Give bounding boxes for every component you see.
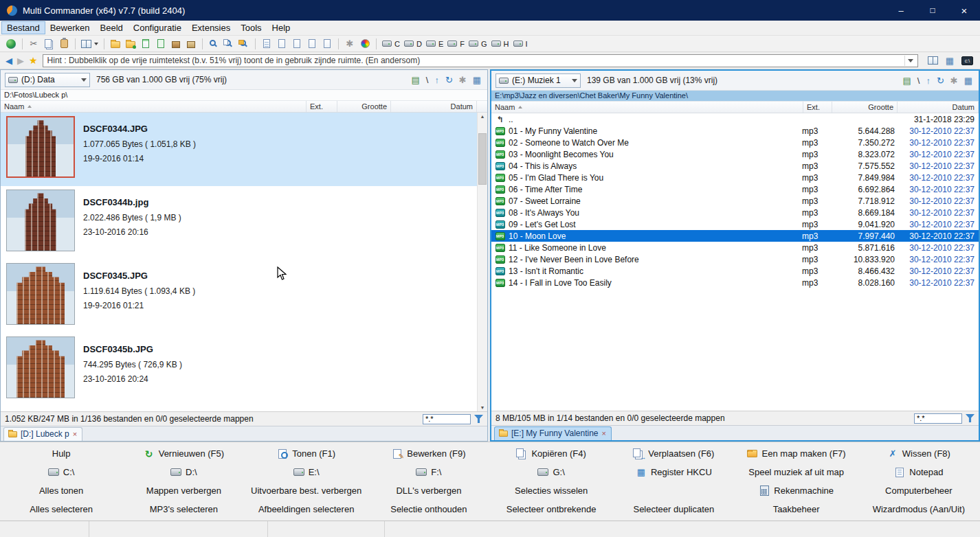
- button-computerbeheer[interactable]: Computerbeheer: [858, 481, 980, 500]
- scrollbar-thumb[interactable]: [478, 133, 487, 185]
- button-e[interactable]: E:\: [245, 463, 368, 481]
- refresh-icon[interactable]: ↻: [937, 76, 944, 85]
- right-free-space-text[interactable]: 139 GB van 1.000 GB vrij (13% vrij): [587, 76, 717, 85]
- column-header-grootte[interactable]: Grootte: [337, 101, 391, 112]
- menu-item-tools[interactable]: Tools: [236, 22, 266, 34]
- button-rekenmachine[interactable]: Rekenmachine: [735, 481, 858, 500]
- folder-tree-icon[interactable]: ▤: [902, 76, 911, 85]
- button-f[interactable]: F:\: [368, 463, 490, 481]
- file-item-11-like-someone-in-love[interactable]: 11 - Like Someone in Lovemp35.871.61630-…: [491, 242, 979, 253]
- file-item-06-time-after-time[interactable]: 06 - Time After Timemp36.692.86430-12-20…: [491, 183, 979, 195]
- pack-icon[interactable]: [169, 37, 183, 51]
- toolbar-drive-i-button[interactable]: I: [512, 37, 529, 51]
- toolbar-drive-f-button[interactable]: F: [446, 37, 466, 51]
- menu-item-bestand[interactable]: Bestand: [2, 22, 45, 34]
- toolbar-drive-h-button[interactable]: H: [490, 37, 511, 51]
- column-header-datum[interactable]: Datum: [898, 102, 979, 113]
- file-item-07-sweet-lorraine[interactable]: 07 - Sweet Lorrainemp37.718.91230-12-201…: [491, 195, 979, 207]
- button-een-map-maken-f7[interactable]: Een map maken (F7): [735, 444, 858, 463]
- menu-item-help[interactable]: Help: [267, 22, 296, 34]
- file-item-dscf0344b-jpg[interactable]: DSCF0344b.jpg2.022.486 Bytes ( 1,9 MB )2…: [1, 186, 477, 260]
- right-drive-selector[interactable]: (E:) Muziek 1: [495, 73, 581, 88]
- folder-tree-icon[interactable]: ▤: [411, 76, 419, 84]
- right-filter-input[interactable]: [914, 413, 962, 424]
- column-header-naam[interactable]: Naam: [1, 101, 307, 112]
- forward-button[interactable]: ▶: [17, 56, 24, 65]
- scroll-up-icon[interactable]: ▲: [480, 114, 485, 119]
- doc-edit-icon[interactable]: [320, 37, 334, 51]
- button-speel-muziek-af-uit-map[interactable]: Speel muziek af uit map: [735, 463, 858, 481]
- wand-icon[interactable]: ✱: [343, 37, 357, 51]
- address-hint-combobox[interactable]: Hint : Dubbelklik op de vrije ruimteteks…: [43, 54, 918, 67]
- left-scrollbar[interactable]: ▲ ▼: [477, 113, 487, 411]
- search-files-icon[interactable]: [222, 37, 236, 51]
- doc-list-icon[interactable]: [275, 37, 289, 51]
- filter-funnel-icon[interactable]: [474, 415, 483, 423]
- close-button[interactable]: ×: [948, 0, 980, 21]
- column-header-datum[interactable]: Datum: [391, 101, 477, 112]
- dropdown-caret-icon[interactable]: [904, 56, 916, 66]
- root-dir-icon[interactable]: \: [426, 76, 429, 84]
- file-item-05-i-m-glad-there-is-you[interactable]: 05 - I'm Glad There is Yoump37.849.98430…: [491, 172, 979, 183]
- right-tab[interactable]: [E:] My Funny Valentine ×: [494, 426, 612, 440]
- unpack-icon[interactable]: [184, 37, 198, 51]
- copy-file-icon[interactable]: [139, 37, 153, 51]
- refresh-icon[interactable]: ↻: [445, 76, 453, 84]
- up-dir-icon[interactable]: ↑: [926, 76, 931, 85]
- menu-item-configuratie[interactable]: Configuratie: [129, 22, 186, 34]
- right-path-bar[interactable]: E:\mp3\Jazz en diversen\Chet Baker\My Fu…: [491, 91, 979, 102]
- dual-panel-icon[interactable]: [926, 54, 939, 67]
- view-grid-icon[interactable]: ▦: [473, 76, 481, 84]
- left-free-space-text[interactable]: 756 GB van 1.000 GB vrij (75% vrij): [96, 75, 227, 84]
- left-tab[interactable]: [D:] Lubeck p ×: [3, 427, 82, 441]
- toolbar-drive-c-button[interactable]: C: [381, 37, 401, 51]
- command-line-icon[interactable]: c:\: [960, 54, 975, 67]
- doc-copy-icon[interactable]: [290, 37, 304, 51]
- button-selecteer-duplicaten[interactable]: Selecteer duplicaten: [612, 500, 735, 518]
- button-vernieuwen-f5[interactable]: Vernieuwen (F5): [122, 444, 245, 463]
- file-item-12-i-ve-never-been-in-love-before[interactable]: 12 - I've Never Been in Love Beforemp310…: [491, 253, 979, 265]
- file-item-01-my-funny-valentine[interactable]: 01 - My Funny Valentinemp35.644.28830-12…: [491, 125, 979, 137]
- button-alles-tonen[interactable]: Alles tonen: [0, 481, 122, 500]
- button-selectie-onthouden[interactable]: Selectie onthouden: [368, 500, 490, 518]
- tab-close-icon[interactable]: ×: [602, 430, 606, 437]
- move-file-icon[interactable]: [154, 37, 168, 51]
- tab-close-icon[interactable]: ×: [73, 431, 77, 438]
- wand-icon[interactable]: ✱: [459, 76, 467, 84]
- toolbar-drive-g-button[interactable]: G: [467, 37, 489, 51]
- button-selecteer-ontbrekende[interactable]: Selecteer ontbrekende: [490, 500, 612, 518]
- button-d[interactable]: D:\: [122, 463, 245, 481]
- file-item-04-this-is-always[interactable]: 04 - This is Alwaysmp37.575.55230-12-201…: [491, 160, 979, 172]
- button-tonen-f1[interactable]: Tonen (F1): [245, 444, 368, 463]
- file-item-14-i-fall-in-love-too-easily[interactable]: 14 - I Fall in Love Too Easilymp38.028.1…: [491, 277, 979, 288]
- button-c[interactable]: C:\: [0, 463, 122, 481]
- open-folder-icon[interactable]: [124, 37, 137, 51]
- button-selecties-wisselen[interactable]: Selecties wisselen: [490, 481, 612, 500]
- column-header-grootte[interactable]: Grootte: [832, 102, 898, 113]
- button-wizardmodus-aan-uit[interactable]: Wizardmodus (Aan/Uit): [858, 500, 980, 518]
- button-uitvoerbare-best-verbergen[interactable]: Uitvoerbare best. verbergen: [245, 481, 368, 500]
- toolbar-drive-d-button[interactable]: D: [403, 37, 423, 51]
- button-notepad[interactable]: Notepad: [858, 463, 980, 481]
- root-dir-icon[interactable]: \: [917, 76, 920, 85]
- left-drive-selector[interactable]: (D:) Data: [5, 73, 90, 87]
- file-item-10-moon-love[interactable]: 10 - Moon Lovemp37.997.44030-12-2010 22:…: [491, 230, 979, 242]
- toolbar-drive-e-button[interactable]: E: [425, 37, 445, 51]
- favorites-star-icon[interactable]: ★: [29, 56, 38, 65]
- button-kopi-ren-f4[interactable]: Kopiëren (F4): [490, 444, 612, 463]
- wand-icon[interactable]: ✱: [950, 76, 958, 85]
- button-afbeeldingen-selecteren[interactable]: Afbeeldingen selecteren: [245, 500, 368, 518]
- paste-icon[interactable]: [57, 37, 71, 51]
- minimize-button[interactable]: –: [885, 0, 917, 21]
- menu-item-extensies[interactable]: Extensies: [187, 22, 235, 34]
- button-mp3-s-selecteren[interactable]: MP3's selecteren: [122, 500, 245, 518]
- file-item-13-isn-t-it-romantic[interactable]: 13 - Isn't it Romanticmp38.466.43230-12-…: [491, 265, 979, 277]
- scroll-down-icon[interactable]: ▼: [480, 405, 485, 410]
- doc-new-icon[interactable]: [305, 37, 319, 51]
- file-item-dscf0344-jpg[interactable]: DSCF0344.JPG1.077.065 Bytes ( 1.051,8 KB…: [1, 113, 477, 186]
- button-register-hkcu[interactable]: Register HKCU: [612, 463, 735, 481]
- app-orb-icon[interactable]: [4, 37, 18, 51]
- cut-icon[interactable]: ✂: [27, 37, 41, 51]
- button-bewerken-f9[interactable]: Bewerken (F9): [368, 444, 490, 463]
- button-mappen-verbergen[interactable]: Mappen verbergen: [122, 481, 245, 500]
